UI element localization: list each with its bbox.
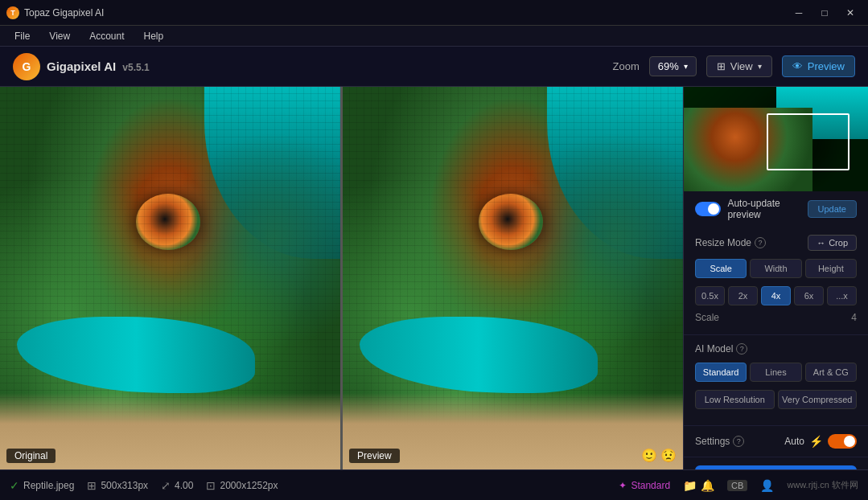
ai-model-row2: Low Resolution Very Compressed — [695, 390, 857, 409]
preview-button[interactable]: 👁 Preview — [782, 55, 855, 77]
output-icon: ⊡ — [206, 479, 216, 492]
app-logo: G Gigapixel AI v5.5.1 — [13, 53, 150, 80]
compressed-model-button[interactable]: Very Compressed — [778, 390, 858, 409]
update-button[interactable]: Update — [808, 200, 857, 218]
ai-model-section: AI Model ? Standard Lines Art & CG Low R… — [684, 335, 868, 426]
menu-file[interactable]: File — [6, 28, 38, 44]
lowres-model-button[interactable]: Low Resolution — [695, 390, 775, 409]
lines-model-button[interactable]: Lines — [750, 363, 801, 382]
ai-model-help-icon[interactable]: ? — [736, 343, 747, 355]
original-image — [0, 87, 340, 469]
scale-icon: ⤢ — [161, 479, 171, 492]
toolbar: G Gigapixel AI v5.5.1 Zoom 69% ▾ ⊞ View … — [0, 47, 868, 87]
grid-icon: ⊞ — [717, 60, 726, 72]
original-label: Original — [6, 449, 56, 463]
settings-help-icon[interactable]: ? — [733, 436, 744, 447]
standard-model-button[interactable]: Standard — [695, 363, 747, 382]
happy-emoji[interactable]: 🙂 — [641, 448, 657, 463]
status-ai-model: ✦ Standard — [619, 480, 670, 491]
resize-mode-header: Resize Mode ? ↔ Crop — [695, 235, 857, 251]
artcg-model-button[interactable]: Art & CG — [805, 363, 857, 382]
toggle-knob — [708, 203, 719, 215]
auto-update-label: Auto-update preview — [695, 198, 808, 220]
folder-icon: 📁 — [683, 479, 697, 492]
scale-6x-button[interactable]: 6x — [794, 286, 824, 305]
unhappy-emoji[interactable]: 😟 — [660, 448, 677, 463]
preview-label: Preview — [349, 449, 400, 463]
crop-icon: ↔ — [817, 238, 825, 248]
canvas-area[interactable]: Original Preview 🙂 😟 — [0, 87, 683, 469]
preview-canvas: Preview 🙂 😟 — [343, 87, 683, 469]
preview-image — [343, 87, 683, 469]
settings-right: Auto ⚡ — [784, 434, 857, 449]
titlebar: T Topaz Gigapixel AI ─ □ ✕ — [0, 0, 868, 26]
status-watermark: www.rjtj.cn 软件网 — [787, 479, 858, 491]
ai-model-row1: Standard Lines Art & CG — [695, 363, 857, 382]
main-layout: Original Preview 🙂 😟 — [0, 87, 868, 469]
menu-view[interactable]: View — [41, 28, 78, 44]
resize-mode-help-icon[interactable]: ? — [755, 237, 766, 248]
close-button[interactable]: ✕ — [839, 5, 862, 21]
ai-model-header: AI Model ? — [695, 343, 857, 355]
settings-toggle[interactable] — [828, 434, 857, 449]
scale-0.5x-button[interactable]: 0.5x — [695, 286, 725, 305]
status-icons: 📁 🔔 — [683, 479, 714, 492]
scale-row: Scale 4 — [695, 312, 857, 323]
titlebar-left: T Topaz Gigapixel AI — [6, 6, 104, 19]
width-mode-button[interactable]: Width — [750, 259, 801, 278]
crop-button[interactable]: ↔ Crop — [808, 235, 857, 251]
save-btn-area: 💾 Save Image — [684, 457, 868, 469]
user-icon: 👤 — [760, 479, 774, 492]
menubar: File View Account Help — [0, 26, 868, 47]
scale-mode-button[interactable]: Scale — [695, 259, 747, 278]
check-icon: ✓ — [10, 479, 19, 492]
right-panel: Auto-update preview Update Resize Mode ?… — [683, 87, 868, 469]
app-icon: T — [6, 6, 19, 19]
resize-mode-buttons: Scale Width Height — [695, 259, 857, 278]
scale-2x-button[interactable]: 2x — [728, 286, 758, 305]
settings-toggle-knob — [844, 436, 855, 447]
menu-account[interactable]: Account — [81, 28, 132, 44]
thumbnail-area — [684, 87, 868, 191]
scale-custom-button[interactable]: ...x — [827, 286, 857, 305]
resize-mode-title: Resize Mode ? — [695, 237, 766, 248]
maximize-button[interactable]: □ — [813, 5, 836, 21]
scale-options: 0.5x 2x 4x 6x ...x — [695, 286, 857, 305]
auto-label: Auto — [784, 436, 804, 447]
scale-4x-button[interactable]: 4x — [761, 286, 791, 305]
settings-section: Settings ? Auto ⚡ — [684, 426, 868, 457]
save-image-button[interactable]: 💾 Save Image — [695, 465, 857, 469]
titlebar-title: Topaz Gigapixel AI — [24, 7, 104, 18]
lightning-icon: ⚡ — [809, 435, 823, 448]
original-canvas: Original — [0, 87, 340, 469]
ai-icon: ✦ — [619, 480, 627, 491]
settings-title: Settings ? — [695, 436, 744, 447]
settings-row: Settings ? Auto ⚡ — [695, 434, 857, 449]
auto-update-row: Auto-update preview Update — [684, 191, 868, 227]
minimize-button[interactable]: ─ — [788, 5, 810, 21]
status-scale: ⤢ 4.00 — [161, 479, 193, 492]
status-output-size: ⊡ 2000x1252px — [206, 479, 278, 492]
chevron-down-icon-view: ▾ — [758, 62, 762, 71]
zoom-label: Zoom — [613, 60, 640, 72]
auto-update-toggle[interactable] — [695, 202, 721, 216]
emoji-area[interactable]: 🙂 😟 — [641, 448, 677, 463]
height-mode-button[interactable]: Height — [805, 259, 857, 278]
status-original-size: ⊞ 500x313px — [87, 479, 148, 492]
eye-icon: 👁 — [792, 60, 803, 72]
titlebar-controls[interactable]: ─ □ ✕ — [788, 5, 862, 21]
status-filename: ✓ Reptile.jpeg — [10, 479, 74, 492]
sound-icon: 🔔 — [701, 479, 714, 492]
statusbar: ✓ Reptile.jpeg ⊞ 500x313px ⤢ 4.00 ⊡ 2000… — [0, 469, 868, 500]
logo-circle: G — [13, 53, 40, 80]
menu-help[interactable]: Help — [136, 28, 172, 44]
resize-mode-section: Resize Mode ? ↔ Crop Scale Width Height … — [684, 227, 868, 335]
dimensions-icon: ⊞ — [87, 479, 97, 492]
app-title: Gigapixel AI v5.5.1 — [47, 59, 150, 73]
thumbnail-viewport — [767, 113, 849, 171]
chevron-down-icon: ▾ — [684, 62, 688, 71]
status-cb: CB — [727, 480, 747, 491]
view-button[interactable]: ⊞ View ▾ — [706, 55, 772, 77]
zoom-control[interactable]: 69% ▾ — [649, 56, 697, 76]
ai-model-title: AI Model ? — [695, 343, 747, 355]
